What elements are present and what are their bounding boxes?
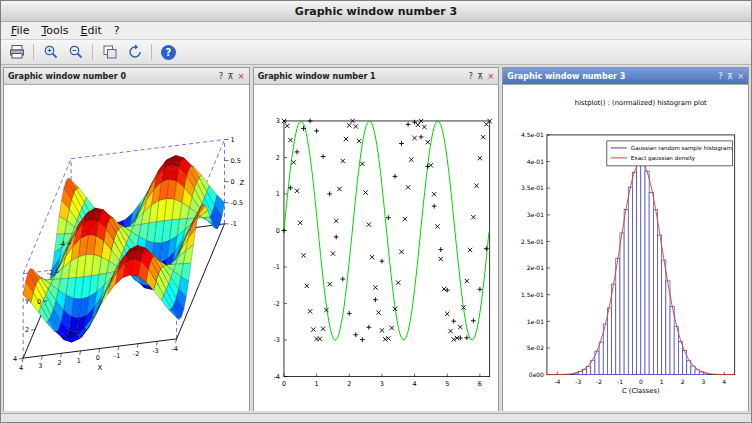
svg-text:Y: Y <box>24 298 30 306</box>
svg-text:-1: -1 <box>114 352 120 360</box>
toolbar-separator <box>33 44 34 60</box>
svg-text:1.5e-01: 1.5e-01 <box>521 291 544 298</box>
svg-text:-4: -4 <box>555 378 561 385</box>
surface-plot-canvas[interactable]: 43210-1-2-3-4-4-202410.50-0.5-1XYZ <box>4 85 249 411</box>
svg-text:0: 0 <box>639 378 643 385</box>
panel-header-3[interactable]: Graphic window number 3 ? ⊼ × <box>503 68 748 85</box>
svg-text:-2: -2 <box>596 378 602 385</box>
svg-text:5e-02: 5e-02 <box>527 344 544 351</box>
original-view-button[interactable] <box>98 41 121 64</box>
toolbar-separator <box>92 44 93 60</box>
histogram-plot-canvas[interactable]: histplot() : (normalized) histogram plot… <box>503 85 748 411</box>
graphic-window-1-panel: Graphic window number 1 ? ⊼ × 0123456321… <box>253 67 500 411</box>
docked-panels-area: Graphic window number 0 ? ⊼ × 43210-1-2-… <box>1 65 751 413</box>
panel-help-icon[interactable]: ? <box>219 71 224 81</box>
menu-bar: File Tools Edit ? <box>1 22 751 40</box>
svg-text:4: 4 <box>723 378 727 385</box>
menu-file[interactable]: File <box>5 24 35 37</box>
svg-text:-3: -3 <box>152 347 158 355</box>
svg-text:3.5e-01: 3.5e-01 <box>521 184 544 191</box>
svg-text:-2: -2 <box>133 350 139 358</box>
svg-text:-1: -1 <box>273 263 279 271</box>
panel-header-1[interactable]: Graphic window number 1 ? ⊼ × <box>254 68 499 85</box>
svg-text:-0.5: -0.5 <box>230 199 243 207</box>
svg-text:C (Classes): C (Classes) <box>622 387 660 395</box>
svg-text:-4: -4 <box>273 373 279 381</box>
svg-text:4e-01: 4e-01 <box>527 158 544 165</box>
svg-text:Z: Z <box>239 179 244 187</box>
plot-area-0: 43210-1-2-3-4-4-202410.50-0.5-1XYZ <box>4 85 249 411</box>
toolbar-separator <box>151 44 152 60</box>
zoom-in-button[interactable] <box>39 41 62 64</box>
svg-text:3: 3 <box>38 362 42 370</box>
panel-undock-icon[interactable]: ⊼ <box>477 71 483 81</box>
svg-text:0e00: 0e00 <box>529 371 544 378</box>
rotate-axes-icon <box>127 44 143 60</box>
help-icon: ? <box>161 45 176 60</box>
graphic-window-0-panel: Graphic window number 0 ? ⊼ × 43210-1-2-… <box>3 67 250 411</box>
panel-help-icon[interactable]: ? <box>718 71 723 81</box>
window-titlebar[interactable]: Graphic window number 3 <box>1 1 751 22</box>
svg-text:1: 1 <box>660 378 664 385</box>
rotate-axes-button[interactable] <box>123 41 146 64</box>
line-plot-canvas[interactable]: 01234563210-1-2-3-4 <box>254 85 499 411</box>
svg-text:2e-01: 2e-01 <box>527 264 544 271</box>
svg-text:histplot() : (normalized) hist: histplot() : (normalized) histogram plot <box>575 99 707 107</box>
plot-area-3: histplot() : (normalized) histogram plot… <box>503 85 748 411</box>
svg-text:0: 0 <box>230 178 234 186</box>
plot-area-1: 01234563210-1-2-3-4 <box>254 85 499 411</box>
panel-header-icons: ? ⊼ × <box>468 71 494 81</box>
help-button[interactable]: ? <box>157 41 180 64</box>
svg-text:3: 3 <box>702 378 706 385</box>
status-bar <box>1 413 751 422</box>
window-title: Graphic window number 3 <box>295 5 457 18</box>
svg-text:3e-01: 3e-01 <box>527 211 544 218</box>
svg-text:4: 4 <box>19 364 23 372</box>
svg-text:4.5e-01: 4.5e-01 <box>521 131 544 138</box>
toolbar: ? <box>1 40 751 65</box>
svg-text:3: 3 <box>275 117 279 125</box>
svg-text:2: 2 <box>57 359 61 367</box>
panel-undock-icon[interactable]: ⊼ <box>727 71 733 81</box>
panel-close-icon[interactable]: × <box>238 71 245 81</box>
panel-undock-icon[interactable]: ⊼ <box>227 71 233 81</box>
svg-text:3: 3 <box>380 380 384 388</box>
svg-text:2: 2 <box>681 378 685 385</box>
graphic-window-3-panel: Graphic window number 3 ? ⊼ × histplot()… <box>502 67 749 411</box>
original-view-icon <box>102 44 118 60</box>
panel-close-icon[interactable]: × <box>487 71 494 81</box>
svg-text:Gaussian random sample histogr: Gaussian random sample histogram <box>631 145 732 152</box>
svg-text:-4: -4 <box>171 345 177 353</box>
svg-text:1: 1 <box>275 190 279 198</box>
menu-help[interactable]: ? <box>108 24 126 37</box>
svg-text:0: 0 <box>275 227 279 235</box>
panel-header-0[interactable]: Graphic window number 0 ? ⊼ × <box>4 68 249 85</box>
svg-text:-3: -3 <box>273 336 279 344</box>
zoom-out-icon <box>68 44 84 60</box>
panel-title-3: Graphic window number 3 <box>507 72 625 81</box>
svg-text:2.5e-01: 2.5e-01 <box>521 238 544 245</box>
svg-text:0: 0 <box>96 354 100 362</box>
zoom-in-icon <box>43 44 59 60</box>
zoom-out-button[interactable] <box>64 41 87 64</box>
svg-text:2: 2 <box>275 154 279 162</box>
svg-text:1: 1 <box>77 357 81 365</box>
panel-header-icons: ? ⊼ × <box>219 71 245 81</box>
panel-close-icon[interactable]: × <box>737 71 744 81</box>
menu-tools[interactable]: Tools <box>35 24 74 37</box>
export-button[interactable] <box>5 41 28 64</box>
printer-icon <box>9 44 25 60</box>
svg-text:2: 2 <box>347 380 351 388</box>
menu-edit[interactable]: Edit <box>75 24 108 37</box>
svg-text:-3: -3 <box>576 378 582 385</box>
svg-text:Exact gaussian density: Exact gaussian density <box>631 155 696 162</box>
svg-text:4: 4 <box>13 355 17 363</box>
svg-text:-4: -4 <box>59 240 65 248</box>
svg-text:-1: -1 <box>617 378 623 385</box>
svg-text:0: 0 <box>282 380 286 388</box>
panel-header-icons: ? ⊼ × <box>718 71 744 81</box>
svg-text:1: 1 <box>314 380 318 388</box>
panel-title-0: Graphic window number 0 <box>8 72 126 81</box>
panel-help-icon[interactable]: ? <box>468 71 473 81</box>
svg-text:1e-01: 1e-01 <box>527 318 544 325</box>
